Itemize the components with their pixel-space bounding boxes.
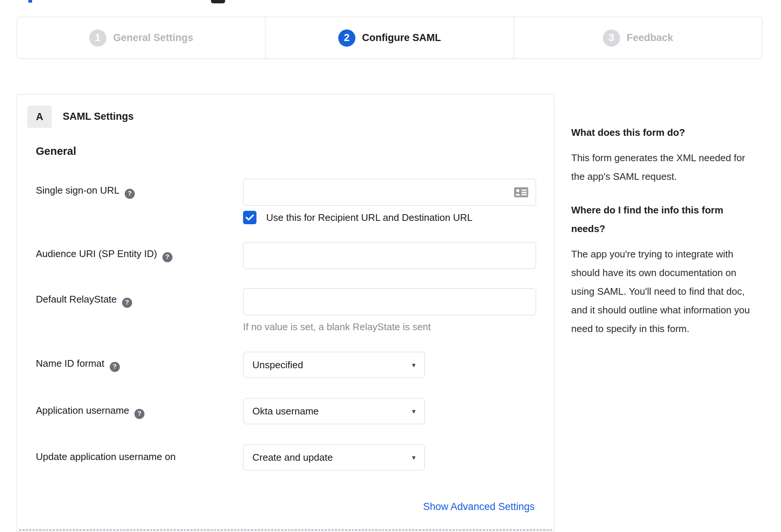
name-id-format-select[interactable]: Unspecified ▾: [243, 352, 425, 378]
update-username-select[interactable]: Create and update ▾: [243, 444, 425, 470]
panel-title: SAML Settings: [63, 111, 134, 122]
recipient-url-checkbox-label[interactable]: Use this for Recipient URL and Destinati…: [266, 212, 473, 223]
show-advanced-settings-link[interactable]: Show Advanced Settings: [423, 501, 535, 513]
help-panel: What does this form do? This form genera…: [571, 123, 760, 353]
audience-uri-input[interactable]: [243, 242, 536, 269]
select-value: Unspecified: [252, 359, 412, 371]
screen: 1 General Settings 2 Configure SAML 3 Fe…: [0, 0, 781, 532]
relay-state-label: Default RelayState?: [36, 294, 132, 308]
audience-uri-label: Audience URI (SP Entity ID)?: [36, 248, 172, 262]
sso-url-input[interactable]: [243, 179, 536, 206]
checkmark-icon: [246, 214, 254, 221]
chevron-down-icon: ▾: [412, 453, 416, 462]
step-label: General Settings: [113, 32, 193, 44]
dashed-divider: [19, 529, 552, 531]
help-icon[interactable]: ?: [125, 189, 135, 199]
help-icon[interactable]: ?: [110, 362, 120, 372]
wizard-stepper: 1 General Settings 2 Configure SAML 3 Fe…: [17, 17, 762, 59]
sso-checkbox-row: Use this for Recipient URL and Destinati…: [243, 211, 473, 224]
chevron-down-icon: ▾: [412, 361, 416, 369]
help-icon[interactable]: ?: [122, 298, 132, 308]
step-number-badge: 1: [89, 29, 106, 47]
step-label: Feedback: [627, 32, 673, 44]
step-configure-saml[interactable]: 2 Configure SAML: [265, 17, 513, 59]
help-question-2: Where do I find the info this form needs…: [571, 201, 760, 238]
relay-state-input[interactable]: [243, 288, 536, 315]
recipient-url-checkbox[interactable]: [243, 211, 256, 224]
help-icon[interactable]: ?: [162, 252, 172, 262]
relay-state-hint: If no value is set, a blank RelayState i…: [243, 321, 431, 333]
sso-url-input-wrap: [243, 179, 536, 206]
application-username-label: Application username?: [36, 405, 144, 419]
chevron-down-icon: ▾: [412, 407, 416, 416]
select-value: Okta username: [252, 406, 412, 417]
step-general-settings[interactable]: 1 General Settings: [17, 17, 265, 59]
saml-settings-panel: A SAML Settings General Single sign-on U…: [17, 94, 554, 532]
step-feedback[interactable]: 3 Feedback: [514, 17, 762, 59]
application-username-select[interactable]: Okta username ▾: [243, 398, 425, 424]
general-section-heading: General: [36, 145, 76, 157]
contact-card-icon: [514, 187, 529, 198]
help-question-1: What does this form do?: [571, 123, 760, 142]
help-answer-2: The app you're trying to integrate with …: [571, 245, 760, 338]
step-number-badge: 3: [603, 29, 620, 47]
section-a-badge: A: [27, 106, 52, 128]
sso-url-label: Single sign-on URL?: [36, 185, 135, 199]
cutoff-dark-fragment: [211, 0, 225, 3]
help-answer-1: This form generates the XML needed for t…: [571, 148, 760, 186]
cutoff-blue-fragment: [28, 0, 32, 3]
step-number-badge: 2: [338, 29, 355, 47]
name-id-format-label: Name ID format?: [36, 358, 120, 372]
help-icon[interactable]: ?: [134, 409, 144, 419]
update-username-label: Update application username on: [36, 451, 175, 463]
select-value: Create and update: [252, 452, 412, 463]
step-label: Configure SAML: [362, 32, 441, 44]
